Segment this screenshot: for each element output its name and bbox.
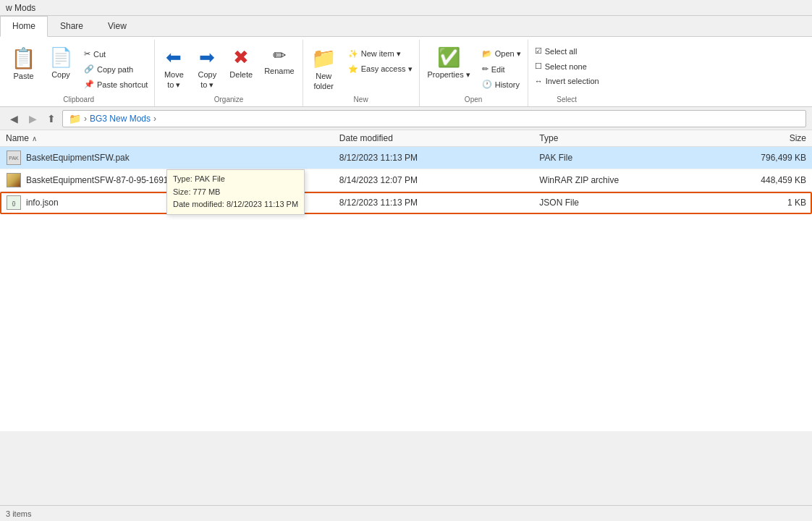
ribbon-group-new: 📁 New folder ✨ New item ▾ ⭐ Easy access … (303, 40, 420, 106)
copy-to-button[interactable]: ➡ Copy to ▾ (191, 43, 223, 93)
easy-access-label: Easy access ▾ (361, 64, 413, 74)
file-tooltip: Type: PAK File Size: 777 MB Date modifie… (166, 169, 305, 215)
edit-button[interactable]: ✏ Edit (478, 62, 525, 76)
copy-to-label: Copy (198, 70, 216, 79)
delete-label: Delete (229, 70, 253, 79)
file-date-3: 8/12/2023 11:13 PM (339, 198, 540, 208)
table-row[interactable]: {} info.json 8/12/2023 11:13 PM JSON Fil… (0, 192, 812, 214)
status-text: 3 items (6, 509, 31, 518)
forward-button[interactable]: ▶ (25, 111, 41, 127)
table-row[interactable]: PAK BasketEquipmentSFW.pak 8/12/2023 11:… (0, 147, 812, 169)
breadcrumb-folder-icon: 📁 (69, 113, 81, 124)
invert-selection-button[interactable]: ↔ Invert selection (531, 75, 603, 88)
address-bar: ◀ ▶ ⬆ 📁 › BG3 New Mods › (0, 107, 812, 130)
new-folder-label: New (316, 72, 331, 80)
tab-share[interactable]: Share (48, 16, 96, 36)
new-folder-button[interactable]: 📁 New folder (306, 43, 342, 94)
file-icon-zip (6, 172, 22, 188)
history-button[interactable]: 🕐 History (478, 77, 525, 91)
title-text: w Mods (6, 3, 35, 13)
copy-to-label2: to ▾ (200, 80, 213, 90)
paste-shortcut-icon: 📌 (84, 80, 94, 89)
edit-label: Edit (491, 65, 505, 74)
file-list-header: Name ∧ Date modified Type Size (0, 130, 812, 147)
new-folder-icon: 📁 (311, 46, 337, 70)
empty-space (0, 214, 812, 431)
select-label: Select (557, 94, 577, 106)
select-none-label: Select none (545, 62, 587, 71)
copy-path-icon: 🔗 (84, 64, 94, 74)
file-type-2: WinRAR ZIP archive (539, 175, 699, 185)
ribbon-group-organize: ⬅ Move to ▾ ➡ Copy to ▾ ✖ Delete ✏ Renam… (155, 40, 303, 106)
select-none-button[interactable]: ☐ Select none (531, 59, 603, 73)
file-date-1: 8/12/2023 11:13 PM (339, 153, 540, 163)
new-item-icon: ✨ (348, 49, 358, 59)
breadcrumb-sep: › (84, 114, 87, 124)
file-icon-pak: PAK (6, 150, 22, 166)
ribbon-group-open: ✅ Properties ▾ 📂 Open ▾ ✏ Edit 🕐 History… (420, 40, 528, 106)
file-size-2: 448,459 KB (700, 175, 806, 185)
tab-bar: Home Share View (0, 16, 812, 37)
move-to-icon: ⬅ (166, 46, 182, 69)
delete-icon: ✖ (233, 46, 249, 69)
paste-label: Paste (13, 72, 33, 80)
column-type[interactable]: Type (539, 133, 699, 143)
breadcrumb: 📁 › BG3 New Mods › (62, 110, 806, 127)
easy-access-button[interactable]: ⭐ Easy access ▾ (344, 62, 416, 76)
move-to-label: Move (164, 70, 184, 79)
tab-view[interactable]: View (96, 16, 139, 36)
column-size[interactable]: Size (700, 133, 806, 143)
copy-path-label: Copy path (97, 65, 133, 74)
column-date-modified[interactable]: Date modified (339, 133, 540, 143)
table-row[interactable]: BasketEquipmentSFW-87-0-95-1691873403 8/… (0, 169, 812, 192)
properties-icon: ✅ (437, 46, 460, 69)
move-to-button[interactable]: ⬅ Move to ▾ (158, 43, 190, 93)
organize-label: Organize (214, 94, 244, 106)
paste-shortcut-button[interactable]: 📌 Paste shortcut (80, 77, 151, 91)
tab-home[interactable]: Home (0, 16, 48, 37)
tooltip-size: Size: 777 MB (173, 186, 298, 199)
file-name-1: PAK BasketEquipmentSFW.pak (6, 150, 339, 166)
cut-icon: ✂ (84, 49, 90, 59)
delete-button[interactable]: ✖ Delete (224, 43, 258, 82)
ribbon-group-select: ☑ Select all ☐ Select none ↔ Invert sele… (528, 40, 606, 106)
edit-icon: ✏ (482, 64, 489, 74)
file-size-3: 1 KB (700, 198, 806, 208)
clipboard-label: Clipboard (63, 94, 94, 106)
select-all-button[interactable]: ☑ Select all (531, 44, 603, 58)
column-name[interactable]: Name ∧ (6, 133, 339, 143)
rename-button[interactable]: ✏ Rename (259, 43, 300, 79)
history-label: History (495, 80, 520, 89)
breadcrumb-trail-sep: › (153, 114, 156, 124)
copy-button[interactable]: 📄 Copy (44, 44, 77, 81)
rename-label: Rename (264, 67, 295, 75)
paste-shortcut-label: Paste shortcut (97, 80, 148, 89)
open-label: Open (465, 94, 482, 106)
ribbon-group-clipboard: 📋 Paste 📄 Copy ✂ Cut 🔗 Copy path (3, 40, 155, 106)
select-all-icon: ☑ (535, 46, 542, 56)
rename-icon: ✏ (273, 46, 286, 65)
cut-button[interactable]: ✂ Cut (80, 47, 151, 61)
tooltip-type: Type: PAK File (173, 173, 298, 186)
easy-access-icon: ⭐ (348, 64, 358, 74)
invert-selection-label: Invert selection (546, 77, 599, 85)
back-button[interactable]: ◀ (6, 111, 22, 127)
file-icon-json: {} (6, 195, 22, 211)
move-to-label2: to ▾ (167, 80, 180, 90)
copy-path-button[interactable]: 🔗 Copy path (80, 62, 151, 76)
up-button[interactable]: ⬆ (43, 111, 59, 127)
status-bar: 3 items (0, 505, 812, 521)
ribbon: 📋 Paste 📄 Copy ✂ Cut 🔗 Copy path (0, 37, 812, 107)
history-icon: 🕐 (482, 80, 492, 89)
file-list-area: Name ∧ Date modified Type Size PAK Baske… (0, 130, 812, 431)
paste-button[interactable]: 📋 Paste (6, 43, 41, 84)
file-type-1: PAK File (539, 153, 699, 163)
properties-button[interactable]: ✅ Properties ▾ (423, 43, 475, 83)
copy-to-icon: ➡ (199, 46, 215, 69)
sort-arrow-name: ∧ (32, 135, 37, 143)
new-item-button[interactable]: ✨ New item ▾ (344, 47, 416, 61)
new-label: New (354, 94, 368, 106)
open-button[interactable]: 📂 Open ▾ (478, 47, 525, 61)
tooltip-date: Date modified: 8/12/2023 11:13 PM (173, 198, 298, 211)
breadcrumb-item-bg3-new-mods[interactable]: BG3 New Mods (90, 114, 151, 124)
